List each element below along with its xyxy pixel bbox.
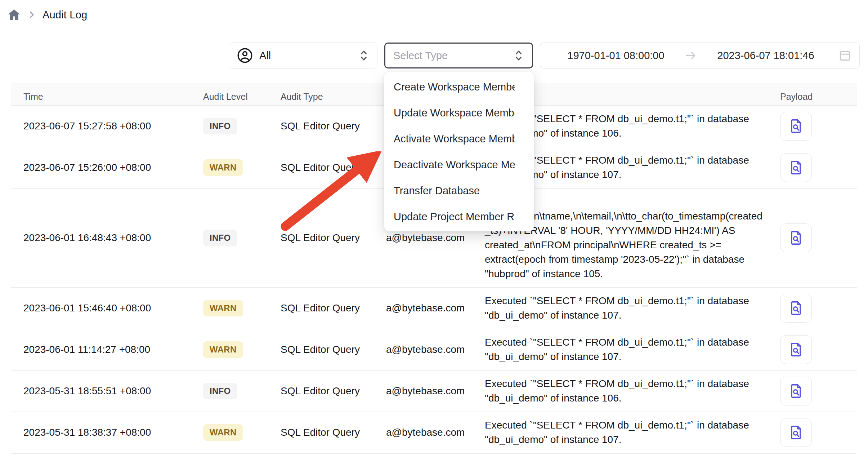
audit-level-badge: WARN [203, 424, 243, 441]
cell-comment: Executed `"SELECT * FROM db_ui_demo.t1;"… [485, 412, 780, 453]
cell-actor: a@bytebase.com [386, 427, 485, 438]
cell-level: INFO [203, 118, 281, 134]
type-option[interactable]: Deactivate Workspace Member [384, 152, 534, 178]
cell-actor: a@bytebase.com [386, 232, 485, 244]
payload-view-button[interactable] [780, 223, 812, 252]
cell-payload [780, 112, 857, 141]
breadcrumb: Audit Log [7, 8, 87, 22]
cell-time: 2023-06-01 15:46:40 +08:00 [11, 302, 203, 314]
type-option-label: Update Workspace Member [394, 107, 515, 119]
page-title: Audit Log [42, 9, 87, 21]
home-icon[interactable] [7, 8, 21, 22]
type-filter-placeholder: Select Type [393, 50, 448, 62]
audit-level-badge: INFO [203, 383, 237, 399]
payload-view-button[interactable] [780, 294, 812, 323]
document-search-icon [788, 424, 804, 441]
cell-actor: a@bytebase.com [386, 302, 485, 314]
actor-filter-value: All [259, 50, 271, 62]
type-option-label: Transfer Database [394, 185, 515, 197]
cell-time: 2023-05-31 18:38:37 +08:00 [11, 427, 203, 438]
cell-level: WARN [203, 300, 281, 316]
cell-level: WARN [203, 159, 281, 176]
payload-view-button[interactable] [780, 335, 812, 364]
cell-time: 2023-05-31 18:55:51 +08:00 [11, 385, 203, 397]
payload-view-button[interactable] [780, 418, 812, 447]
column-header-payload: Payload [780, 92, 857, 102]
document-search-icon [788, 383, 804, 399]
type-option-label: Update Project Member Role [394, 211, 515, 223]
cell-payload [780, 377, 857, 405]
date-range-end[interactable]: 2023-06-07 18:01:46 [698, 50, 833, 62]
document-search-icon [788, 159, 804, 176]
chevron-right-icon [27, 10, 37, 20]
cell-audit-type: SQL Editor Query [281, 120, 386, 132]
cell-audit-type: SQL Editor Query [281, 344, 386, 355]
type-option[interactable]: Activate Workspace Member [384, 126, 534, 152]
calendar-icon[interactable] [838, 49, 851, 62]
select-updown-icon [358, 49, 369, 62]
audit-level-badge: WARN [203, 159, 243, 176]
cell-actor: a@bytebase.com [386, 385, 485, 397]
cell-audit-type: SQL Editor Query [281, 162, 386, 173]
document-search-icon [788, 341, 804, 358]
payload-view-button[interactable] [780, 153, 812, 182]
date-range-start[interactable]: 1970-01-01 08:00:00 [548, 50, 684, 62]
cell-payload [780, 153, 857, 182]
cell-actor: a@bytebase.com [386, 344, 485, 355]
type-option-label: Deactivate Workspace Member [394, 159, 515, 171]
arrow-right-icon [684, 48, 698, 63]
cell-audit-type: SQL Editor Query [281, 385, 386, 397]
type-option[interactable]: Update Project Member Role [384, 204, 534, 230]
audit-level-badge: WARN [203, 300, 243, 316]
cell-audit-type: SQL Editor Query [281, 427, 386, 438]
type-option-label: Activate Workspace Member [394, 133, 515, 145]
column-header-type: Audit Type [281, 92, 386, 102]
column-header-level: Audit Level [203, 92, 281, 102]
cell-level: WARN [203, 341, 281, 358]
column-header-time: Time [11, 92, 203, 102]
type-option[interactable]: Create Workspace Member [384, 74, 534, 100]
cell-payload [780, 335, 857, 364]
cell-payload [780, 294, 857, 323]
payload-view-button[interactable] [780, 377, 812, 405]
cell-audit-type: SQL Editor Query [281, 232, 386, 244]
cell-time: 2023-06-07 15:26:00 +08:00 [11, 162, 203, 173]
type-select-dropdown: Create Workspace MemberUpdate Workspace … [384, 72, 534, 231]
cell-level: INFO [203, 383, 281, 399]
user-circle-icon [237, 48, 253, 63]
audit-level-badge: INFO [203, 118, 237, 134]
cell-audit-type: SQL Editor Query [281, 302, 386, 314]
document-search-icon [788, 230, 804, 246]
select-updown-icon [513, 49, 524, 62]
table-row: 2023-05-31 18:55:51 +08:00 INFO SQL Edit… [11, 371, 857, 412]
audit-level-badge: INFO [203, 230, 237, 246]
cell-payload [780, 223, 857, 252]
cell-time: 2023-06-01 16:48:43 +08:00 [11, 232, 203, 244]
document-search-icon [788, 118, 804, 134]
date-range-picker[interactable]: 1970-01-01 08:00:00 2023-06-07 18:01:46 [540, 43, 860, 68]
cell-comment: Executed `"SELECT * FROM db_ui_demo.t1;"… [485, 371, 780, 412]
type-filter-select[interactable]: Select Type [384, 43, 533, 68]
cell-level: WARN [203, 424, 281, 441]
table-row: 2023-06-01 15:46:40 +08:00 WARN SQL Edit… [11, 288, 857, 329]
cell-comment: Executed `"SELECT * FROM db_ui_demo.t1;"… [485, 288, 780, 329]
actor-filter-select[interactable]: All [229, 43, 377, 68]
cell-payload [780, 418, 857, 447]
document-search-icon [788, 300, 804, 316]
cell-time: 2023-06-01 11:14:27 +08:00 [11, 344, 203, 355]
payload-view-button[interactable] [780, 112, 812, 141]
cell-level: INFO [203, 230, 281, 246]
table-row: 2023-05-31 18:38:37 +08:00 WARN SQL Edit… [11, 412, 857, 453]
table-row: 2023-06-01 11:14:27 +08:00 WARN SQL Edit… [11, 329, 857, 371]
type-option[interactable]: Transfer Database [384, 178, 534, 204]
type-option-label: Create Workspace Member [394, 81, 515, 93]
type-option[interactable]: Update Workspace Member [384, 100, 534, 126]
cell-comment: Executed `"SELECT * FROM db_ui_demo.t1;"… [485, 329, 780, 370]
cell-time: 2023-06-07 15:27:58 +08:00 [11, 120, 203, 132]
audit-level-badge: WARN [203, 341, 243, 358]
